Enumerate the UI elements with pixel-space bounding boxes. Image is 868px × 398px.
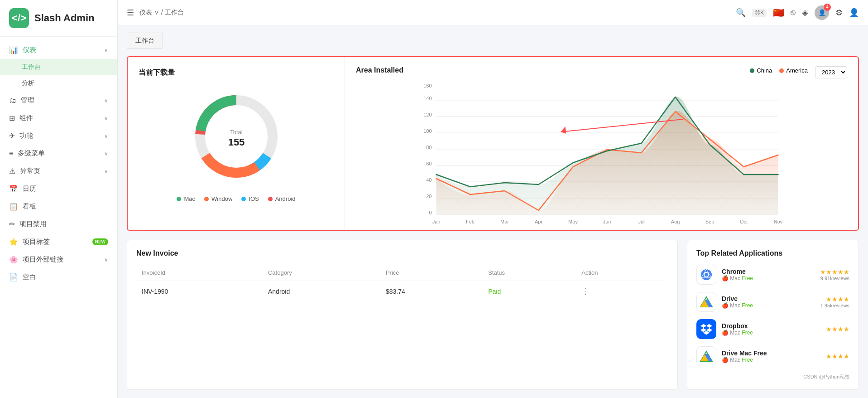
y-label-20: 20 — [426, 194, 432, 199]
x-label-mar: Mar — [500, 219, 509, 224]
y-label-140: 140 — [423, 96, 432, 101]
sidebar-item-yibiao[interactable]: 📊 仪表 ∧ — [0, 41, 117, 59]
apple-icon-dropbox: 🍎 — [722, 330, 729, 336]
area-chart-svg: 0 20 40 60 80 100 120 140 160 — [356, 83, 847, 219]
invoice-table: InvoiceId Category Price Status Action I… — [136, 265, 668, 302]
invoice-title: New Invoice — [136, 249, 668, 257]
donut-title: 当前下载量 — [139, 68, 334, 78]
legend-circle-china — [750, 68, 754, 73]
legend-circle-america — [779, 68, 784, 73]
drive-mac-info: Drive Mac Free 🍎 Mac Free — [722, 349, 820, 363]
donut-total-value: 155 — [228, 136, 245, 148]
chrome-name: Chrome — [722, 268, 815, 275]
donut-chart-svg: Total 155 — [187, 87, 286, 186]
drive-sub: 🍎 Mac Free — [722, 302, 815, 309]
y-label-40: 40 — [426, 177, 432, 183]
chevron-down-icon-4: ∨ — [104, 150, 108, 157]
guanli-icon: 🗂 — [9, 97, 16, 105]
chevron-down-icon-6: ∨ — [104, 257, 108, 263]
chevron-down-icon: ∨ — [104, 97, 108, 104]
sidebar-item-xiangmujinyong[interactable]: ✏ 项目禁用 — [0, 215, 117, 233]
jinyong-icon: ✏ — [9, 220, 15, 228]
legend-america: America — [779, 67, 808, 74]
main-content: ☰ 仪表 ∨ / 工作台 🔍 ⌘K 🇨🇳 ⎋ ◈ 👤 4 ⚙ 👤 工作台 — [118, 0, 868, 398]
donut-total-label: Total — [230, 129, 243, 136]
sidebar-item-fenxi[interactable]: 分析 — [0, 75, 117, 92]
dropbox-icon — [700, 323, 712, 335]
sidebar-item-zujian[interactable]: ⊞ 组件 ∨ — [0, 109, 117, 127]
search-icon[interactable]: 🔍 — [736, 8, 746, 18]
apps-title: Top Related Applications — [696, 249, 849, 257]
dropbox-rating: ★★★★ — [826, 325, 849, 333]
discord-icon[interactable]: ◈ — [802, 8, 808, 18]
chevron-down-icon-5: ∨ — [104, 168, 108, 175]
chrome-count: 9.91kreviews — [820, 276, 849, 281]
sidebar-logo: </> Slash Admin — [0, 0, 117, 37]
bottom-section: New Invoice InvoiceId Category Price Sta… — [127, 240, 859, 390]
chevron-down-icon-3: ∨ — [104, 133, 108, 139]
rili-icon: 📅 — [9, 184, 18, 193]
chrome-rating: ★★★★★ 9.91kreviews — [820, 268, 849, 281]
sidebar-item-duojicaidan[interactable]: ≡ 多级菜单 ∨ — [0, 145, 117, 162]
dropbox-name: Dropbox — [722, 322, 820, 330]
drive-stars: ★★★★ — [820, 296, 849, 303]
drive-mac-rating: ★★★★ — [826, 353, 849, 360]
tab-gongzuotai[interactable]: 工作台 — [127, 33, 163, 49]
legend-android: Android — [268, 195, 296, 202]
sidebar-item-waibulianojie[interactable]: 🌸 项目外部链接 ∨ — [0, 251, 117, 268]
col-status: Status — [483, 265, 576, 281]
chevron-up-icon: ∧ — [104, 47, 108, 53]
chrome-icon — [700, 268, 713, 282]
app-item-chrome: Chrome 🍎 Mac Free ★★★★★ 9.91kreviews — [696, 265, 849, 285]
sidebar-item-gongzuotai[interactable]: 工作台 — [0, 59, 117, 75]
sidebar-item-kongbai[interactable]: 📄 空白 — [0, 268, 117, 286]
drive-count: 1.95kreviews — [820, 303, 849, 308]
github-icon[interactable]: ⎋ — [791, 8, 796, 17]
sidebar-item-yichangye[interactable]: ⚠ 异常页 ∨ — [0, 162, 117, 180]
charts-section: 当前下载量 — [127, 56, 859, 231]
donut-card: 当前下载量 — [128, 57, 345, 230]
page-tabs: 工作台 — [127, 33, 859, 49]
cell-action: ⋮ — [576, 281, 668, 302]
header-right: 🔍 ⌘K 🇨🇳 ⎋ ◈ 👤 4 ⚙ 👤 — [736, 5, 859, 20]
action-menu-icon[interactable]: ⋮ — [581, 287, 590, 296]
cell-price: $83.74 — [380, 281, 483, 302]
avatar-wrapper[interactable]: 👤 4 — [815, 5, 829, 20]
drive-info: Drive 🍎 Mac Free — [722, 295, 815, 309]
menu-toggle-icon[interactable]: ☰ — [127, 8, 134, 18]
drive-rating: ★★★★ 1.95kreviews — [820, 296, 849, 308]
sidebar-item-rili[interactable]: 📅 日历 — [0, 180, 117, 198]
col-price: Price — [380, 265, 483, 281]
sidebar-item-gongneng[interactable]: ✈ 功能 ∨ — [0, 127, 117, 145]
chrome-price: Free — [742, 275, 753, 282]
sidebar-label-yibiao: 仪表 — [23, 46, 36, 54]
year-select[interactable]: 2023 2022 2021 — [815, 66, 847, 78]
legend-dot-window — [204, 197, 209, 201]
sidebar-item-xiangmubiaoji[interactable]: ⭐ 项目标签 NEW — [0, 233, 117, 251]
apple-icon-chrome: 🍎 — [722, 275, 729, 282]
sidebar-nav: 📊 仪表 ∧ 工作台 分析 🗂 管理 ∨ ⊞ 组件 ∨ — [0, 37, 117, 398]
yibiao-icon: 📊 — [9, 46, 18, 54]
kbd-shortcut: ⌘K — [752, 9, 767, 17]
header: ☰ 仪表 ∨ / 工作台 🔍 ⌘K 🇨🇳 ⎋ ◈ 👤 4 ⚙ 👤 — [118, 0, 868, 25]
sidebar-item-kanban[interactable]: 📋 看板 — [0, 198, 117, 215]
zujian-icon: ⊞ — [9, 114, 15, 122]
cell-status: Paid — [483, 281, 576, 302]
x-label-aug: Aug — [671, 219, 680, 224]
sidebar-item-guanli[interactable]: 🗂 管理 ∨ — [0, 92, 117, 109]
invoice-card: New Invoice InvoiceId Category Price Sta… — [127, 240, 678, 390]
area-legend: China America — [750, 67, 808, 74]
drive-mac-icon — [700, 349, 713, 363]
x-label-jan: Jan — [432, 219, 441, 224]
page-content: 工作台 当前下载量 — [118, 25, 868, 398]
language-flag-icon[interactable]: 🇨🇳 — [773, 7, 784, 18]
dropbox-sub: 🍎 Mac Free — [722, 330, 820, 336]
duoji-icon: ≡ — [9, 150, 13, 158]
drive-mac-name: Drive Mac Free — [722, 349, 820, 357]
app-name: Slash Admin — [34, 12, 94, 24]
chart-with-arrow: 0 20 40 60 80 100 120 140 160 — [356, 83, 847, 221]
user-profile-icon[interactable]: 👤 — [849, 8, 859, 18]
settings-icon[interactable]: ⚙ — [835, 8, 843, 18]
drive-name: Drive — [722, 295, 815, 302]
legend-china: China — [750, 67, 772, 74]
